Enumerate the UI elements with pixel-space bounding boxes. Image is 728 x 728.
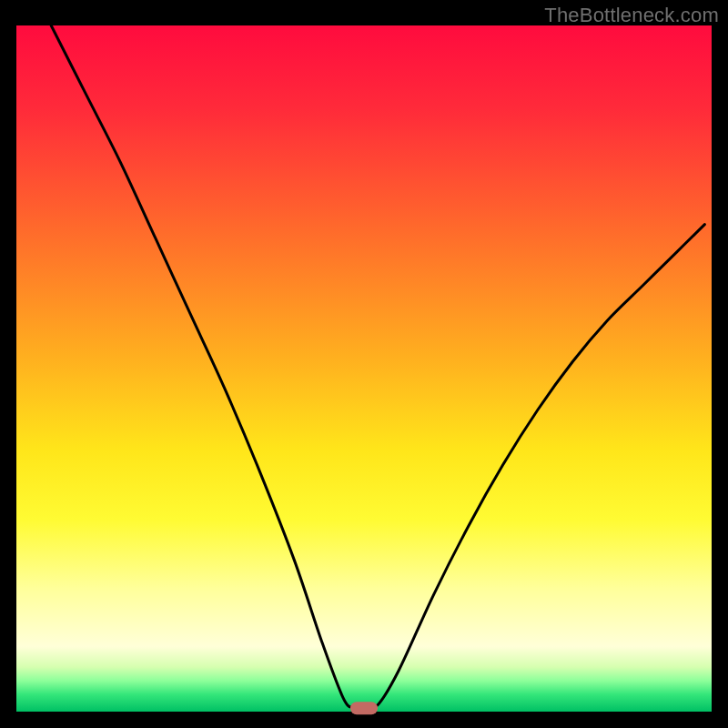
plot-area xyxy=(16,25,712,712)
watermark-text: TheBottleneck.com xyxy=(544,4,719,27)
bottleneck-chart xyxy=(0,0,728,728)
optimal-marker xyxy=(350,702,378,714)
chart-container: TheBottleneck.com xyxy=(0,0,728,728)
